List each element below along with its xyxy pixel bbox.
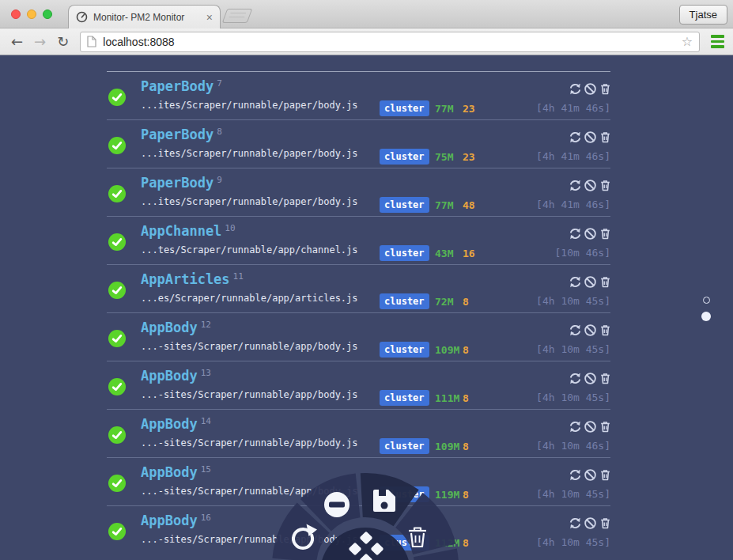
memory-value: 77M: [435, 103, 453, 115]
screen: Monitor- PM2 Monitor × Tjatse ← → ↻ loca…: [0, 0, 733, 560]
row-actions: [569, 82, 612, 96]
process-path: ...ites/Scraper/runnable/paper/body.js: [141, 100, 358, 111]
stop-icon[interactable]: [584, 324, 597, 337]
stop-icon[interactable]: [584, 468, 597, 482]
delete-icon[interactable]: [599, 82, 612, 96]
delete-icon[interactable]: [599, 324, 612, 337]
restart-count: 8: [463, 296, 469, 308]
mode-badge: cluster: [380, 149, 429, 165]
uptime-value: [4h 10m 45s]: [536, 295, 610, 307]
process-name[interactable]: AppChannel: [141, 223, 221, 239]
process-path: ...es/Scraper/runnable/app/articles.js: [141, 293, 358, 304]
delete-icon[interactable]: [599, 468, 612, 482]
reload-icon[interactable]: ↻: [53, 35, 73, 49]
status-online-icon: [108, 475, 126, 492]
pagination-dot[interactable]: [703, 297, 710, 304]
mode-badge: cluster: [380, 342, 429, 358]
status-online-icon: [108, 330, 126, 347]
browser-tab[interactable]: Monitor- PM2 Monitor ×: [68, 5, 221, 28]
forward-icon: →: [30, 35, 50, 49]
status-online-icon: [108, 137, 126, 154]
process-id: 15: [201, 464, 211, 475]
memory-value: 75M: [435, 151, 453, 163]
uptime-value: [10m 46s]: [555, 247, 610, 259]
restart-icon[interactable]: [569, 324, 582, 337]
browser-toolbar: ← → ↻ localhost:8088 ☆: [0, 28, 733, 55]
row-actions: [569, 372, 612, 385]
back-icon[interactable]: ←: [7, 35, 27, 49]
restart-icon[interactable]: [569, 131, 582, 144]
status-online-icon: [108, 185, 126, 202]
restart-count: 8: [463, 392, 469, 404]
process-name[interactable]: PaperBody: [141, 127, 213, 142]
process-name[interactable]: PaperBody: [141, 78, 213, 94]
tab-title: Monitor- PM2 Monitor: [93, 12, 201, 23]
process-name[interactable]: AppBody: [141, 320, 198, 335]
process-name[interactable]: AppArticles: [141, 271, 230, 287]
restart-icon[interactable]: [569, 179, 582, 192]
restart-icon[interactable]: [569, 420, 582, 433]
status-online-icon: [108, 523, 126, 540]
url-text[interactable]: localhost:8088: [103, 36, 674, 48]
stop-icon[interactable]: [584, 179, 597, 192]
restart-icon[interactable]: [569, 82, 582, 96]
mode-badge: cluster: [380, 197, 429, 213]
restart-count: 8: [463, 441, 469, 452]
delete-icon[interactable]: [599, 179, 612, 192]
process-id: 8: [217, 127, 222, 137]
delete-icon[interactable]: [599, 420, 612, 433]
process-name[interactable]: PaperBody: [141, 175, 213, 191]
delete-icon[interactable]: [599, 275, 612, 289]
stop-icon[interactable]: [584, 420, 597, 433]
profile-button[interactable]: Tjatse: [679, 5, 727, 25]
tab-strip: Monitor- PM2 Monitor × Tjatse: [0, 0, 733, 28]
zoom-window-button[interactable]: [43, 9, 52, 19]
process-path: ...tes/Scraper/runnable/app/channel.js: [141, 244, 358, 255]
restart-icon[interactable]: [569, 468, 582, 482]
memory-value: 77M: [435, 199, 453, 211]
close-window-button[interactable]: [11, 9, 21, 19]
bookmark-star-icon[interactable]: ☆: [682, 34, 693, 49]
process-name[interactable]: AppBody: [141, 416, 198, 432]
memory-value: 109M: [435, 441, 459, 452]
process-row: AppBody14 ...-sites/Scraper/runnable/app…: [107, 409, 610, 457]
tab-close-icon[interactable]: ×: [206, 11, 213, 24]
minimize-window-button[interactable]: [27, 9, 36, 19]
row-actions: [569, 131, 612, 144]
delete-icon[interactable]: [599, 372, 612, 385]
restart-icon[interactable]: [569, 227, 582, 240]
process-id: 11: [233, 271, 244, 282]
stop-icon[interactable]: [584, 131, 597, 144]
delete-icon[interactable]: [599, 516, 612, 530]
restart-count: 8: [463, 344, 469, 356]
stop-icon[interactable]: [584, 372, 597, 385]
process-id: 13: [201, 368, 211, 378]
delete-icon[interactable]: [599, 131, 612, 144]
delete-icon[interactable]: [599, 227, 612, 240]
process-name[interactable]: AppBody: [141, 368, 198, 384]
remove-icon[interactable]: [324, 492, 349, 517]
stop-icon[interactable]: [584, 82, 597, 96]
process-row: PaperBody8 ...ites/Scraper/runnable/pape…: [107, 119, 610, 168]
stop-icon[interactable]: [584, 275, 597, 289]
gauge-favicon-icon: [76, 11, 88, 23]
pagination-dot-active[interactable]: [701, 312, 711, 321]
stop-icon[interactable]: [584, 516, 597, 530]
row-actions: [569, 468, 612, 482]
mode-badge: cluster: [380, 438, 429, 454]
restart-icon[interactable]: [569, 275, 582, 289]
new-tab-button[interactable]: [222, 9, 253, 23]
process-row: AppArticles11 ...es/Scraper/runnable/app…: [107, 264, 610, 312]
restart-icon[interactable]: [569, 516, 582, 530]
stop-icon[interactable]: [584, 227, 597, 240]
restart-icon[interactable]: [569, 372, 582, 385]
row-actions: [569, 179, 612, 192]
chrome-menu-icon[interactable]: [709, 33, 726, 50]
process-id: 16: [201, 513, 211, 523]
process-name[interactable]: AppBody: [141, 513, 198, 528]
process-row: PaperBody7 ...ites/Scraper/runnable/pape…: [107, 71, 610, 119]
address-bar[interactable]: localhost:8088 ☆: [80, 32, 700, 52]
memory-value: 109M: [435, 344, 459, 356]
process-row: PaperBody9 ...ites/Scraper/runnable/pape…: [107, 168, 610, 216]
process-name[interactable]: AppBody: [141, 464, 198, 480]
